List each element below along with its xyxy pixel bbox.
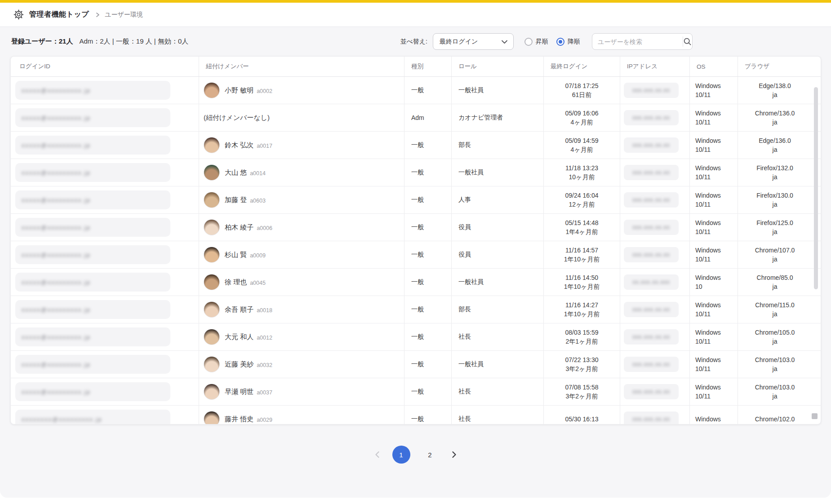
table-row[interactable]: xxxxx@xxxxxxxxx.jp 近藤 美紗 a0032 一般 一般社員 0…	[11, 351, 821, 378]
pagination-page-2[interactable]: 2	[421, 446, 439, 464]
ip-cell: xxx.xxx.xx.xx	[620, 351, 689, 378]
sort-selected-value: 最終ログイン	[440, 38, 501, 46]
login-id-redacted: xxxxx@xxxxxxxxx.jp	[22, 389, 91, 395]
table-row[interactable]: xxxxx@xxxxxxxxx.jp 柏木 綾子 a0006 一般 役員 05/…	[11, 214, 821, 241]
ip-redacted-region: xxx.xxx.xx.xx	[624, 83, 679, 98]
last-login-ago: 3年2ヶ月前	[566, 392, 598, 401]
login-id-redacted: xxxxx@xxxxxxxxx.jp	[22, 169, 91, 176]
breadcrumb-current: ユーザー環境	[105, 11, 143, 19]
os-line2: 10/11	[695, 337, 711, 346]
browser-version: Firefox/125.0	[756, 218, 793, 227]
last-login-datetime: 11/16 14:57	[565, 246, 598, 255]
member-cell: 余吾 順子 a0018	[199, 296, 404, 323]
member-name: 藤井 悟史	[225, 415, 253, 424]
table-row[interactable]: xxxxx@xxxxxxxxx.jp 鈴木 弘次 a0017 一般 部長 05/…	[11, 132, 821, 159]
type-cell: 一般	[404, 186, 451, 213]
last-login-ago: 3年2ヶ月前	[566, 364, 598, 373]
role-cell: 一般社員	[451, 269, 543, 296]
pagination-prev-icon[interactable]	[373, 450, 382, 459]
browser-lang: ja	[773, 227, 778, 236]
os-cell: Windows 10/11	[689, 186, 738, 213]
col-header-last-login: 最終ログイン	[543, 57, 620, 76]
avatar	[204, 301, 220, 318]
member-code: a0006	[257, 224, 272, 231]
breadcrumb-root-link[interactable]: 管理者機能トップ	[29, 10, 89, 19]
last-login-ago: 1年10ヶ月前	[564, 309, 600, 318]
table-row[interactable]: xxxxxxxx@xxxxxxxxx.jp 藤井 悟史 a0029 一般 社長 …	[11, 406, 821, 424]
browser-version: Chrome/103.0	[755, 383, 795, 392]
role-cell: 一般社員	[451, 351, 543, 378]
search-input[interactable]	[592, 38, 683, 45]
pagination-next-icon[interactable]	[450, 450, 458, 459]
browser-lang: ja	[773, 392, 778, 401]
login-id-redacted: xxxxx@xxxxxxxxx.jp	[22, 115, 91, 121]
ip-redacted-region: xxx.xxx.xx.xx	[624, 110, 679, 125]
table-row[interactable]: xxxxx@xxxxxxxxx.jp 小野 敏明 a0002 一般 一般社員 0…	[11, 77, 821, 104]
member-cell: 大山 悠 a0014	[199, 159, 404, 186]
table-row[interactable]: xxxxx@xxxxxxxxx.jp 大山 悠 a0014 一般 一般社員 11…	[11, 159, 821, 186]
member-cell: 大元 和人 a0012	[199, 323, 404, 350]
table-row[interactable]: xxxxx@xxxxxxxxx.jp 大元 和人 a0012 一般 社長 08/…	[11, 323, 821, 351]
os-line2: 10/11	[695, 200, 711, 209]
login-id-cell: xxxxx@xxxxxxxxx.jp	[11, 323, 199, 350]
login-id-cell: xxxxx@xxxxxxxxx.jp	[11, 351, 199, 378]
table-row[interactable]: xxxxx@xxxxxxxxx.jp 加藤 登 a0603 一般 人事 09/2…	[11, 186, 821, 214]
member-cell: 徐 理也 a0045	[199, 269, 404, 296]
os-line1: Windows	[695, 109, 721, 118]
login-id-redacted: xxxxx@xxxxxxxxx.jp	[22, 279, 91, 286]
login-id-cell: xxxxx@xxxxxxxxx.jp	[11, 159, 199, 186]
table-row[interactable]: xxxxx@xxxxxxxxx.jp 徐 理也 a0045 一般 一般社員 11…	[11, 269, 821, 296]
login-id-cell: xxxxxxxx@xxxxxxxxx.jp	[11, 406, 199, 424]
vertical-scrollbar-thumb[interactable]	[814, 87, 818, 289]
os-cell: Windows 10/11	[689, 214, 738, 241]
os-cell: Windows 10/11	[689, 77, 738, 104]
member-cell: 近藤 美紗 a0032	[199, 351, 404, 378]
last-login-cell: 09/24 16:04 12ヶ月前	[543, 186, 620, 213]
browser-version: Firefox/132.0	[756, 164, 793, 172]
browser-lang: ja	[773, 282, 778, 291]
last-login-datetime: 05/30 16:13	[565, 415, 599, 424]
browser-lang: ja	[773, 364, 778, 373]
os-line1: Windows	[695, 355, 721, 364]
table-row[interactable]: xxxxx@xxxxxxxxx.jp (紐付けメンバーなし) Adm カオナビ管…	[11, 104, 821, 132]
ip-redacted-region: xxx.xxx.xx.xx	[624, 302, 679, 317]
member-code: a0009	[250, 251, 266, 259]
os-cell: Windows 10	[689, 269, 738, 296]
search-icon[interactable]	[683, 37, 692, 46]
ip-cell: xxx.xxx.xx.xx	[620, 406, 689, 424]
role-cell: 社長	[451, 323, 543, 350]
last-login-cell: 11/16 14:50 1年10ヶ月前	[543, 269, 620, 296]
ip-redacted: xxx.xxx.xx.xx	[632, 252, 670, 258]
ip-cell: xxx.xxx.xx.xx	[620, 132, 689, 159]
last-login-datetime: 11/18 13:23	[565, 164, 598, 172]
os-line2: 10/11	[695, 227, 711, 236]
table-row[interactable]: xxxxx@xxxxxxxxx.jp 杉山 賢 a0009 一般 役員 11/1…	[11, 241, 821, 269]
table-row[interactable]: xxxxx@xxxxxxxxx.jp 早瀬 明世 a0037 一般 社長 07/…	[11, 378, 821, 406]
last-login-cell: 11/16 14:27 1年10ヶ月前	[543, 296, 620, 323]
os-cell: Windows 10/11	[689, 104, 738, 131]
table-row[interactable]: xxxxx@xxxxxxxxx.jp 余吾 順子 a0018 一般 部長 11/…	[11, 296, 821, 323]
os-cell: Windows 10/11	[689, 241, 738, 268]
pagination-page-1[interactable]: 1	[392, 446, 410, 464]
member-cell: 鈴木 弘次 a0017	[199, 132, 404, 159]
member-name: 鈴木 弘次	[225, 141, 253, 150]
last-login-ago: 2年1ヶ月前	[566, 337, 598, 346]
role-cell: 一般社員	[451, 159, 543, 186]
last-login-datetime: 05/15 14:48	[565, 218, 599, 227]
os-line2: 10/11	[695, 118, 711, 127]
browser-version: Chrome/103.0	[755, 355, 795, 364]
browser-cell: Chrome/102.0	[738, 406, 812, 424]
ip-redacted-region: xxx.xxx.xx.xx	[624, 411, 679, 424]
member-cell: 藤井 悟史 a0029	[199, 406, 404, 424]
avatar	[204, 247, 220, 263]
member-cell: (紐付けメンバーなし)	[199, 104, 404, 131]
sort-order-asc-radio[interactable]: 昇順	[524, 38, 548, 46]
sort-order-desc-radio[interactable]: 降順	[556, 38, 580, 46]
ip-redacted-region: xxx.xxx.xx.xx	[624, 165, 679, 180]
login-id-redacted-region: xxxxx@xxxxxxxxx.jp	[15, 327, 170, 346]
sort-select[interactable]: 最終ログイン	[433, 33, 514, 50]
login-id-cell: xxxxx@xxxxxxxxx.jp	[11, 104, 199, 131]
browser-cell: Edge/136.0 ja	[738, 132, 812, 159]
login-id-redacted-region: xxxxx@xxxxxxxxx.jp	[15, 382, 170, 401]
type-cell: 一般	[404, 77, 451, 104]
